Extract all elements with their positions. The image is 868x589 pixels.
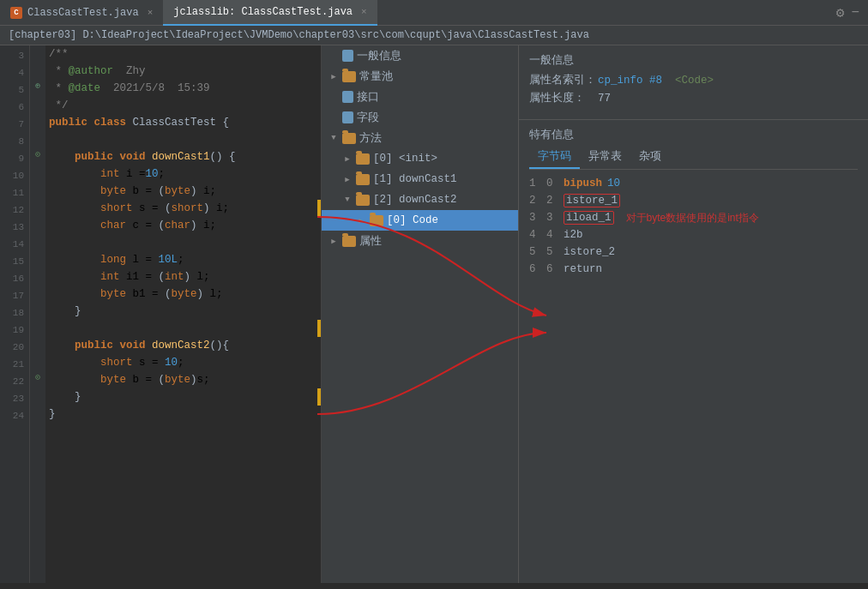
tab-jclasslib-label: jclasslib: ClassCastTest.java bbox=[173, 6, 353, 18]
bc-row-3: 3 3 iload_1 对于byte数据使用的是int指令 bbox=[529, 209, 858, 226]
bytecode-content: 1 0 bipush 10 2 2 istore_1 3 3 bbox=[519, 170, 868, 283]
tree-label-init: [0] <init> bbox=[373, 153, 437, 165]
tree-item-attr[interactable]: ▶ 属性 bbox=[322, 231, 518, 251]
code-line-15: long l = 10L; bbox=[49, 251, 321, 268]
main-content: 3 4 5 6 7 8 9 10 11 12 13 14 15 16 17 18 bbox=[0, 45, 868, 583]
bc-tab-misc[interactable]: 杂项 bbox=[630, 146, 670, 169]
tree-item-method[interactable]: ▼ 方法 bbox=[322, 128, 518, 148]
code-line-6: */ bbox=[49, 97, 321, 114]
code-panel: 3 4 5 6 7 8 9 10 11 12 13 14 15 16 17 18 bbox=[0, 45, 322, 583]
bc-tab-bytecode[interactable]: 字节码 bbox=[529, 146, 580, 169]
tree-label-downcast1: [1] downCast1 bbox=[373, 173, 457, 185]
tab-jclasslib-close[interactable]: × bbox=[361, 7, 367, 17]
folder-icon-code bbox=[370, 215, 383, 226]
istore-highlight: istore_1 bbox=[564, 194, 620, 207]
folder-icon-downcast1 bbox=[356, 174, 370, 185]
folder-icon-attr bbox=[342, 236, 356, 247]
tree-label-attr: 属性 bbox=[359, 234, 382, 249]
tree-label-constpool: 常量池 bbox=[359, 69, 393, 84]
info-panel: 一般信息 属性名索引： cp_info #8 <Code> 属性长度： 77 特… bbox=[519, 45, 868, 583]
line-numbers: 3 4 5 6 7 8 9 10 11 12 13 14 15 16 17 18 bbox=[0, 45, 30, 583]
code-line-10: int i =10; bbox=[49, 165, 321, 183]
doc-icon-field bbox=[342, 111, 353, 123]
tree-label-interface: 接口 bbox=[357, 90, 379, 105]
code-lines[interactable]: /** * @author Zhy * @date 2021/5/8 15:39… bbox=[45, 45, 321, 583]
arrow-downcast1: ▶ bbox=[342, 174, 353, 184]
tab-editor[interactable]: C ClassCastTest.java × bbox=[0, 0, 163, 26]
folder-icon-downcast2 bbox=[356, 195, 370, 206]
special-info-title: 特有信息 bbox=[519, 123, 868, 146]
tree-item-code[interactable]: ▶ [0] Code bbox=[322, 210, 518, 231]
title-actions: ⚙ − bbox=[836, 4, 868, 21]
attr-len-row: 属性长度： 77 bbox=[529, 91, 858, 105]
editor-icon: C bbox=[10, 7, 22, 19]
tree-item-init[interactable]: ▶ [0] <init> bbox=[322, 148, 518, 169]
arrow-init: ▶ bbox=[342, 153, 353, 164]
tree-item-constpool[interactable]: ▶ 常量池 bbox=[322, 66, 518, 87]
title-bar: C ClassCastTest.java × jclasslib: ClassC… bbox=[0, 0, 868, 26]
bc-row-2: 2 2 istore_1 bbox=[529, 192, 858, 209]
tree-label-field: 字段 bbox=[357, 111, 379, 125]
tab-editor-close[interactable]: × bbox=[148, 8, 154, 18]
arrow-attr: ▶ bbox=[329, 236, 339, 246]
tree-item-downcast2[interactable]: ▼ [2] downCast2 bbox=[322, 189, 518, 210]
divider bbox=[519, 119, 868, 120]
code-line-18: } bbox=[49, 303, 321, 320]
bc-row-5: 5 5 istore_2 bbox=[529, 243, 858, 261]
tree-item-downcast1[interactable]: ▶ [1] downCast1 bbox=[322, 169, 518, 189]
tree-label-downcast2: [2] downCast2 bbox=[373, 194, 457, 206]
code-line-7: public class ClassCastTest { bbox=[49, 114, 321, 131]
doc-icon-general bbox=[342, 50, 353, 62]
doc-icon-interface bbox=[342, 91, 353, 103]
code-line-19 bbox=[49, 320, 321, 337]
bc-row-6: 6 6 return bbox=[529, 261, 858, 278]
gutter-marker-9: ⊙ bbox=[32, 148, 44, 160]
folder-icon-init bbox=[356, 153, 370, 165]
tree-label-code: [0] Code bbox=[387, 214, 438, 226]
tree-label-method: 方法 bbox=[359, 131, 382, 146]
arrow-interface bbox=[329, 92, 339, 102]
code-line-8 bbox=[49, 131, 321, 148]
tree-item-general[interactable]: 一般信息 bbox=[322, 45, 518, 66]
arrow-downcast2: ▼ bbox=[342, 195, 353, 205]
bc-tab-exception[interactable]: 异常表 bbox=[580, 146, 630, 169]
arrow-method: ▼ bbox=[329, 133, 339, 143]
general-info-title: 一般信息 bbox=[529, 52, 858, 68]
tab-editor-label: ClassCastTest.java bbox=[27, 7, 139, 19]
arrow-constpool: ▶ bbox=[329, 71, 339, 81]
breadcrumb-text: [chapter03] D:\IdeaProject\IdeaProject\J… bbox=[9, 29, 589, 41]
attr-name-value: cp_info #8 <Code> bbox=[598, 75, 714, 87]
minimize-icon[interactable]: − bbox=[851, 5, 859, 21]
tree-item-interface[interactable]: 接口 bbox=[322, 87, 518, 107]
yellow-marker-17 bbox=[317, 320, 321, 337]
app-window: C ClassCastTest.java × jclasslib: ClassC… bbox=[0, 0, 868, 589]
attr-name-label: 属性名索引： bbox=[529, 73, 598, 87]
tree-panel: 一般信息 ▶ 常量池 接口 字段 ▼ 方法 bbox=[322, 45, 519, 583]
code-line-3: /** bbox=[49, 45, 321, 63]
code-line-17: byte b1 = (byte) l; bbox=[49, 285, 321, 303]
code-line-4: * @author Zhy bbox=[49, 63, 321, 80]
breadcrumb: [chapter03] D:\IdeaProject\IdeaProject\J… bbox=[0, 26, 868, 45]
folder-icon-method bbox=[342, 133, 356, 144]
tree-label-general: 一般信息 bbox=[357, 49, 401, 63]
code-line-22: byte b = (byte)s; bbox=[49, 371, 321, 388]
arrow-general bbox=[329, 51, 339, 61]
bc-row-4: 4 4 i2b bbox=[529, 226, 858, 243]
code-line-23: } bbox=[49, 388, 321, 406]
annotation-text: 对于byte数据使用的是int指令 bbox=[626, 211, 759, 225]
gutter: ⊕ ⊙ ⊙ bbox=[30, 45, 45, 583]
code-line-20: public void downCast2(){ bbox=[49, 337, 321, 354]
gear-icon[interactable]: ⚙ bbox=[836, 4, 845, 21]
iload-highlight: iload_1 bbox=[564, 211, 614, 225]
attr-len-value: 77 bbox=[598, 93, 611, 105]
arrow-field bbox=[329, 112, 339, 123]
yellow-marker-20 bbox=[317, 388, 321, 406]
code-line-9: public void downCast1() { bbox=[49, 148, 321, 165]
bc-row-1: 1 0 bipush 10 bbox=[529, 175, 858, 192]
tab-jclasslib[interactable]: jclasslib: ClassCastTest.java × bbox=[163, 0, 377, 26]
code-line-11: byte b = (byte) i; bbox=[49, 183, 321, 200]
code-line-16: int i1 = (int) l; bbox=[49, 268, 321, 285]
arrow-code: ▶ bbox=[356, 215, 366, 225]
code-line-12: short s = (short) i; bbox=[49, 200, 321, 217]
tree-item-field[interactable]: 字段 bbox=[322, 107, 518, 128]
